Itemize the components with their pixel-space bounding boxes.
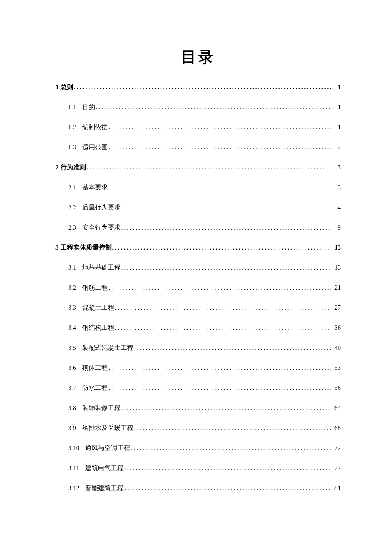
toc-entry-page: 53 bbox=[332, 363, 341, 372]
toc-leader-dots bbox=[121, 223, 331, 232]
toc-entry: 3.6砌体工程53 bbox=[68, 363, 341, 372]
toc-entry-number: 3.5 bbox=[68, 343, 76, 352]
toc-entry-number: 3.4 bbox=[68, 323, 76, 332]
toc-entry: 1.1目的1 bbox=[68, 103, 341, 112]
toc-leader-dots bbox=[115, 303, 331, 312]
toc-entry-number: 3.3 bbox=[68, 303, 76, 312]
toc-entry-text: 安全行为要求 bbox=[82, 223, 121, 232]
toc-entry: 3工程实体质量控制13 bbox=[55, 243, 341, 252]
toc-entry-text: 砌体工程 bbox=[82, 363, 108, 372]
toc-entry-number: 2 bbox=[55, 163, 59, 172]
toc-entry: 1.3适用范围2 bbox=[68, 143, 341, 152]
toc-entry-text: 装饰装修工程 bbox=[82, 404, 121, 413]
toc-entry-number: 3.7 bbox=[68, 384, 76, 392]
toc-leader-dots bbox=[134, 343, 331, 352]
toc-leader-dots bbox=[115, 323, 331, 332]
toc-entry-page: 27 bbox=[332, 303, 341, 312]
toc-entry-page: 64 bbox=[332, 404, 341, 413]
toc-entry: 3.2钢筋工程21 bbox=[68, 283, 341, 292]
toc-entry-number: 1.1 bbox=[68, 103, 76, 112]
toc-entry-number: 3 bbox=[55, 243, 59, 252]
toc-leader-dots bbox=[112, 243, 332, 252]
toc-leader-dots bbox=[124, 464, 331, 473]
document-page: 目录 1总则11.1目的11.2编制依据11.3适用范围22行为准则32.1基本… bbox=[0, 0, 392, 493]
toc-entry-text: 基本要求 bbox=[82, 183, 108, 192]
toc-entry-text: 智能建筑工程 bbox=[85, 484, 124, 493]
toc-entry-page: 3 bbox=[332, 183, 341, 192]
toc-entry-page: 72 bbox=[332, 444, 341, 453]
toc-entry-page: 1 bbox=[332, 123, 341, 132]
toc-leader-dots bbox=[109, 183, 331, 192]
toc-entry-text: 混凝土工程 bbox=[82, 303, 114, 312]
toc-entry: 3.11建筑电气工程77 bbox=[68, 464, 341, 473]
toc-entry-number: 2.1 bbox=[68, 183, 76, 192]
toc-entry-number: 3.10 bbox=[68, 444, 79, 453]
toc-entry-text: 钢结构工程 bbox=[82, 323, 114, 332]
toc-entry-text: 地基基础工程 bbox=[82, 263, 121, 272]
toc-entry-number: 1.3 bbox=[68, 143, 76, 152]
toc-entry-text: 总则 bbox=[61, 83, 73, 92]
toc-entry-page: 36 bbox=[332, 323, 341, 332]
toc-entry: 3.7防水工程56 bbox=[68, 384, 341, 392]
toc-entry-number: 3.6 bbox=[68, 363, 76, 372]
toc-entry: 3.12智能建筑工程81 bbox=[68, 484, 341, 493]
toc-leader-dots bbox=[109, 384, 331, 392]
toc-entry: 3.5装配式混凝土工程40 bbox=[68, 343, 341, 352]
toc-entry-number: 1 bbox=[55, 83, 59, 92]
toc-entry-text: 质量行为要求 bbox=[82, 203, 121, 212]
toc-entry: 2.1基本要求3 bbox=[68, 183, 341, 192]
toc-leader-dots bbox=[121, 203, 331, 212]
toc-leader-dots bbox=[96, 103, 331, 112]
toc-leader-dots bbox=[109, 283, 331, 292]
toc-leader-dots bbox=[134, 424, 331, 433]
toc-entry: 3.8装饰装修工程64 bbox=[68, 404, 341, 413]
toc-entry-page: 2 bbox=[332, 143, 341, 152]
toc-entry-page: 9 bbox=[332, 223, 341, 232]
toc-entry: 1总则1 bbox=[55, 83, 341, 92]
toc-entry-text: 通风与空调工程 bbox=[85, 444, 130, 453]
toc-entry: 1.2编制依据1 bbox=[68, 123, 341, 132]
toc-list: 1总则11.1目的11.2编制依据11.3适用范围22行为准则32.1基本要求3… bbox=[55, 83, 341, 493]
toc-leader-dots bbox=[121, 404, 331, 413]
toc-entry-text: 装配式混凝土工程 bbox=[82, 343, 133, 352]
toc-entry-page: 3 bbox=[332, 163, 341, 172]
toc-entry-page: 4 bbox=[332, 203, 341, 212]
toc-entry-page: 13 bbox=[332, 243, 341, 252]
toc-entry-number: 3.11 bbox=[68, 464, 79, 473]
toc-entry: 2.3安全行为要求9 bbox=[68, 223, 341, 232]
toc-entry-page: 21 bbox=[332, 283, 341, 292]
toc-entry: 2.2质量行为要求4 bbox=[68, 203, 341, 212]
toc-entry-number: 3.2 bbox=[68, 283, 76, 292]
toc-entry-text: 编制依据 bbox=[82, 123, 108, 132]
toc-leader-dots bbox=[109, 123, 331, 132]
toc-leader-dots bbox=[74, 83, 332, 92]
toc-entry-page: 1 bbox=[332, 83, 341, 92]
toc-title: 目录 bbox=[55, 47, 341, 68]
toc-entry: 3.4钢结构工程36 bbox=[68, 323, 341, 332]
toc-leader-dots bbox=[109, 363, 331, 372]
toc-entry-page: 56 bbox=[332, 384, 341, 392]
toc-entry-number: 3.12 bbox=[68, 484, 79, 493]
toc-entry-number: 3.9 bbox=[68, 424, 76, 433]
toc-entry-page: 1 bbox=[332, 103, 341, 112]
toc-leader-dots bbox=[131, 444, 331, 453]
toc-entry-page: 13 bbox=[332, 263, 341, 272]
toc-entry: 3.3混凝土工程27 bbox=[68, 303, 341, 312]
toc-entry-text: 目的 bbox=[82, 103, 95, 112]
toc-entry-text: 建筑电气工程 bbox=[85, 464, 124, 473]
toc-leader-dots bbox=[124, 484, 331, 493]
toc-entry-text: 适用范围 bbox=[82, 143, 108, 152]
toc-entry-number: 3.1 bbox=[68, 263, 76, 272]
toc-leader-dots bbox=[121, 263, 331, 272]
toc-entry-page: 68 bbox=[332, 424, 341, 433]
toc-entry-text: 工程实体质量控制 bbox=[61, 243, 112, 252]
toc-entry-page: 40 bbox=[332, 343, 341, 352]
toc-leader-dots bbox=[87, 163, 332, 172]
toc-entry-number: 3.8 bbox=[68, 404, 76, 413]
toc-entry: 2行为准则3 bbox=[55, 163, 341, 172]
toc-entry-text: 给排水及采暖工程 bbox=[82, 424, 133, 433]
toc-entry: 3.1地基基础工程13 bbox=[68, 263, 341, 272]
toc-entry-page: 77 bbox=[332, 464, 341, 473]
toc-leader-dots bbox=[109, 143, 331, 152]
toc-entry-page: 81 bbox=[332, 484, 341, 493]
